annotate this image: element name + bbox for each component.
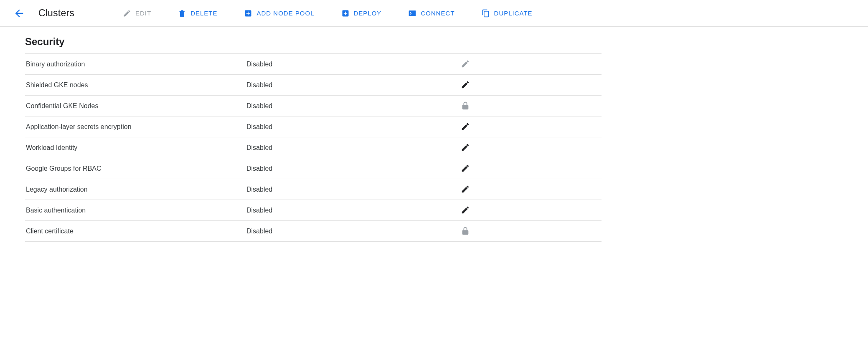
delete-button[interactable]: DELETE [170, 6, 225, 21]
row-edit-button[interactable] [459, 58, 471, 70]
row-value: Disabled [246, 54, 459, 75]
row-edit-button[interactable] [459, 142, 471, 153]
connect-button-label: CONNECT [421, 10, 454, 17]
terminal-icon [408, 9, 416, 18]
duplicate-button-label: DUPLICATE [494, 10, 533, 17]
row-edit-button[interactable] [459, 183, 471, 195]
row-locked-indicator [459, 100, 471, 111]
row-edit-button[interactable] [459, 162, 471, 174]
pencil-icon [123, 9, 131, 18]
row-locked-indicator [459, 225, 471, 237]
pencil-icon [461, 185, 470, 194]
back-button[interactable] [12, 6, 27, 21]
table-row: Confidential GKE NodesDisabled [25, 96, 602, 116]
row-label: Client certificate [25, 221, 246, 242]
pencil-icon [461, 59, 470, 68]
row-label: Application-layer secrets encryption [25, 116, 246, 137]
edit-button[interactable]: EDIT [115, 6, 159, 21]
row-value: Disabled [246, 221, 459, 242]
row-value: Disabled [246, 96, 459, 116]
row-value: Disabled [246, 179, 459, 200]
row-edit-button[interactable] [459, 204, 471, 216]
row-value: Disabled [246, 137, 459, 158]
pencil-icon [461, 143, 470, 152]
pencil-icon [461, 80, 470, 89]
copy-icon [482, 9, 490, 18]
deploy-button-label: DEPLOY [354, 10, 382, 17]
plus-box-icon [244, 9, 252, 18]
row-value: Disabled [246, 200, 459, 221]
add-node-pool-button-label: ADD NODE POOL [256, 10, 314, 17]
section-title: Security [25, 36, 602, 48]
row-label: Google Groups for RBAC [25, 158, 246, 179]
delete-button-label: DELETE [190, 10, 217, 17]
row-edit-button[interactable] [459, 79, 471, 91]
row-value: Disabled [246, 116, 459, 137]
row-value: Disabled [246, 75, 459, 96]
row-label: Workload Identity [25, 137, 246, 158]
deploy-button[interactable]: DEPLOY [334, 6, 389, 21]
security-table: Binary authorizationDisabledShielded GKE… [25, 53, 602, 242]
add-node-pool-button[interactable]: ADD NODE POOL [236, 6, 322, 21]
table-row: Client certificateDisabled [25, 221, 602, 242]
row-label: Basic authentication [25, 200, 246, 221]
table-row: Binary authorizationDisabled [25, 54, 602, 75]
page-title: Clusters [38, 8, 74, 19]
table-row: Basic authenticationDisabled [25, 200, 602, 221]
pencil-icon [461, 122, 470, 131]
edit-button-label: EDIT [135, 10, 151, 17]
row-value: Disabled [246, 158, 459, 179]
row-label: Legacy authorization [25, 179, 246, 200]
content: Security Binary authorizationDisabledShi… [0, 27, 618, 242]
trash-icon [178, 9, 186, 18]
table-row: Google Groups for RBACDisabled [25, 158, 602, 179]
duplicate-button[interactable]: DUPLICATE [474, 6, 540, 21]
lock-icon [461, 226, 470, 235]
table-row: Application-layer secrets encryptionDisa… [25, 116, 602, 137]
toolbar: Clusters EDIT DELETE ADD NODE POOL DEPLO… [0, 0, 868, 27]
pencil-icon [461, 164, 470, 173]
arrow-left-icon [13, 8, 25, 19]
row-label: Shielded GKE nodes [25, 75, 246, 96]
table-row: Shielded GKE nodesDisabled [25, 75, 602, 96]
plus-box-icon [341, 9, 350, 18]
table-row: Legacy authorizationDisabled [25, 179, 602, 200]
table-row: Workload IdentityDisabled [25, 137, 602, 158]
connect-button[interactable]: CONNECT [401, 6, 462, 21]
lock-icon [461, 101, 470, 110]
row-label: Binary authorization [25, 54, 246, 75]
pencil-icon [461, 205, 470, 215]
row-label: Confidential GKE Nodes [25, 96, 246, 116]
row-edit-button[interactable] [459, 121, 471, 132]
